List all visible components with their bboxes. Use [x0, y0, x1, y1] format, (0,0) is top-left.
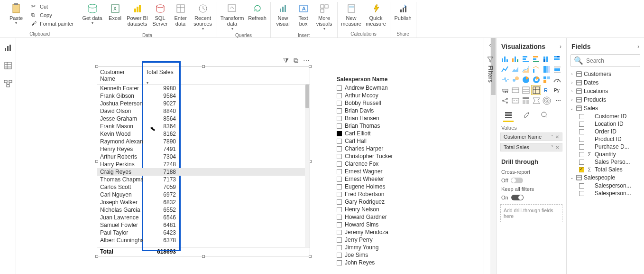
table-row[interactable]: David Olson8840: [97, 107, 310, 115]
slicer-item[interactable]: Howard Gardner: [337, 213, 408, 221]
viz-type-7[interactable]: [511, 65, 520, 74]
filter-icon[interactable]: ⧩: [283, 57, 289, 65]
field-table-locations[interactable]: ›Locations: [570, 87, 641, 95]
data-view-button[interactable]: [2, 60, 14, 71]
sql-button[interactable]: SQL Server: [150, 2, 170, 28]
collapse-viz-icon[interactable]: ›: [560, 43, 561, 50]
table-row[interactable]: Jesse Graham8564: [97, 115, 310, 123]
slicer-item[interactable]: Brian Davis: [337, 107, 408, 114]
table-scrollbar[interactable]: [305, 85, 310, 247]
report-view-button[interactable]: [2, 42, 14, 53]
textbox-button[interactable]: AText box: [294, 2, 313, 28]
more-visuals-button[interactable]: More visuals▾: [313, 2, 335, 32]
slicer-item[interactable]: Arthur Mccoy: [337, 92, 408, 99]
remove-icon[interactable]: ✕: [555, 134, 559, 140]
viz-type-8[interactable]: [521, 65, 530, 74]
viz-type-10[interactable]: [542, 65, 551, 74]
resize-handle[interactable]: [309, 255, 312, 258]
slicer-item[interactable]: Clarence Fox: [337, 160, 408, 168]
viz-type-12[interactable]: [500, 75, 509, 84]
viz-type-21[interactable]: [532, 85, 541, 94]
resize-handle[interactable]: [95, 65, 98, 68]
viz-type-29[interactable]: ⋯: [552, 96, 561, 105]
slicer-item[interactable]: Eugene Holmes: [337, 183, 408, 190]
table-row[interactable]: Frank Mason8364: [97, 123, 310, 130]
viz-type-18[interactable]: 123: [500, 85, 509, 94]
model-view-button[interactable]: [2, 78, 14, 89]
field-table-sales[interactable]: ⌄Sales: [570, 104, 641, 113]
slicer-item[interactable]: Bobby Russell: [337, 99, 408, 107]
viz-type-1[interactable]: [511, 54, 520, 63]
refresh-button[interactable]: Refresh: [247, 2, 268, 22]
table-row[interactable]: Paul Taylor6423: [97, 229, 310, 236]
field-table-customers[interactable]: ›Customers: [570, 70, 641, 78]
slicer-item[interactable]: Carl Hall: [337, 137, 408, 145]
copy-button[interactable]: ⧉Copy: [29, 11, 76, 19]
field-total-sales[interactable]: ΣTotal Sales: [570, 166, 641, 173]
field-location-id[interactable]: Location ID: [570, 120, 641, 128]
excel-button[interactable]: XExcel: [106, 2, 125, 22]
enter-data-button[interactable]: Enter data: [171, 2, 190, 28]
slicer-item[interactable]: Howard Sims: [337, 221, 408, 228]
table-row[interactable]: Raymond Alexande7890: [97, 138, 310, 145]
field-table-dates[interactable]: ›Dates: [570, 78, 641, 87]
slicer-item[interactable]: Fred Robertson: [337, 190, 408, 198]
table-row[interactable]: Nicholas Garcia6552: [97, 206, 310, 214]
viz-type-6[interactable]: [500, 65, 509, 74]
table-row[interactable]: Harry Perkins7248: [97, 161, 310, 168]
table-visual[interactable]: ⧩ ⧉ ⋯ Customer Name Total Sales ▾ Kennet…: [97, 66, 310, 256]
paste-button[interactable]: Paste ▾: [4, 2, 28, 26]
viz-type-28[interactable]: [542, 96, 551, 105]
resize-handle[interactable]: [202, 255, 205, 258]
slicer-item[interactable]: Andrew Bowman: [337, 84, 408, 92]
publish-button[interactable]: Publish: [392, 2, 414, 22]
analytics-tab[interactable]: [539, 110, 550, 120]
filters-pane-collapsed[interactable]: ‹ Filters: [484, 38, 496, 274]
format-tab[interactable]: [521, 110, 532, 120]
drill-drop-zone[interactable]: Add drill-through fields here: [500, 204, 562, 222]
collapse-fields-icon[interactable]: ›: [637, 43, 639, 50]
field-salesperson-[interactable]: Salesperson...: [570, 182, 641, 189]
slicer-item[interactable]: Jimmy Young: [337, 244, 408, 251]
resize-handle[interactable]: [95, 255, 98, 258]
viz-type-3[interactable]: [532, 54, 541, 63]
table-row[interactable]: Samuel Fowler6481: [97, 221, 310, 229]
pbi-datasets-button[interactable]: Power BI datasets: [126, 2, 149, 28]
viz-type-9[interactable]: [532, 65, 541, 74]
transform-button[interactable]: Transform data▾: [219, 2, 246, 32]
table-row[interactable]: Carlos Scott7059: [97, 183, 310, 191]
viz-type-19[interactable]: [511, 85, 520, 94]
slicer-item[interactable]: Ernest Wheeler: [337, 175, 408, 183]
slicer-item[interactable]: Jerry Perry: [337, 236, 408, 244]
table-row[interactable]: Kenneth Foster9980: [97, 85, 310, 92]
viz-type-17[interactable]: [552, 75, 561, 84]
fields-tab[interactable]: [503, 110, 514, 120]
viz-type-2[interactable]: [521, 54, 530, 63]
field-purchase-d-[interactable]: Purchase D...: [570, 143, 641, 151]
viz-type-27[interactable]: [532, 96, 541, 105]
slicer-item[interactable]: Charles Harper: [337, 145, 408, 152]
table-row[interactable]: Joseph Walker6832: [97, 198, 310, 206]
viz-type-20[interactable]: [521, 85, 530, 94]
viz-type-0[interactable]: [500, 54, 509, 63]
slicer-item[interactable]: Jeremy Mendoza: [337, 228, 408, 236]
field-product-id[interactable]: Product ID: [570, 135, 641, 143]
slicer-item[interactable]: Christopher Tucker: [337, 152, 408, 160]
field-sales-perso-[interactable]: Sales Perso...: [570, 158, 641, 166]
report-canvas[interactable]: ⧩ ⧉ ⋯ Customer Name Total Sales ▾ Kennet…: [16, 38, 496, 274]
field-quantity[interactable]: ΣQuantity: [570, 151, 641, 158]
slicer-item[interactable]: John Reyes: [337, 259, 408, 266]
slicer-item[interactable]: Brian Thomas: [337, 122, 408, 130]
viz-type-4[interactable]: [542, 54, 551, 63]
viz-type-13[interactable]: [511, 75, 520, 84]
focus-icon[interactable]: ⧉: [294, 57, 298, 65]
table-row[interactable]: Henry Reyes7491: [97, 145, 310, 153]
quick-measure-button[interactable]: Quick measure: [364, 2, 388, 28]
viz-type-16[interactable]: [542, 75, 551, 84]
keep-filters-toggle[interactable]: [511, 195, 524, 200]
viz-type-23[interactable]: Py: [552, 85, 561, 94]
search-input[interactable]: [586, 57, 644, 64]
remove-icon[interactable]: ✕: [555, 145, 559, 150]
fields-search[interactable]: 🔍: [570, 54, 640, 67]
table-row[interactable]: Craig Reyes7188: [97, 168, 310, 176]
